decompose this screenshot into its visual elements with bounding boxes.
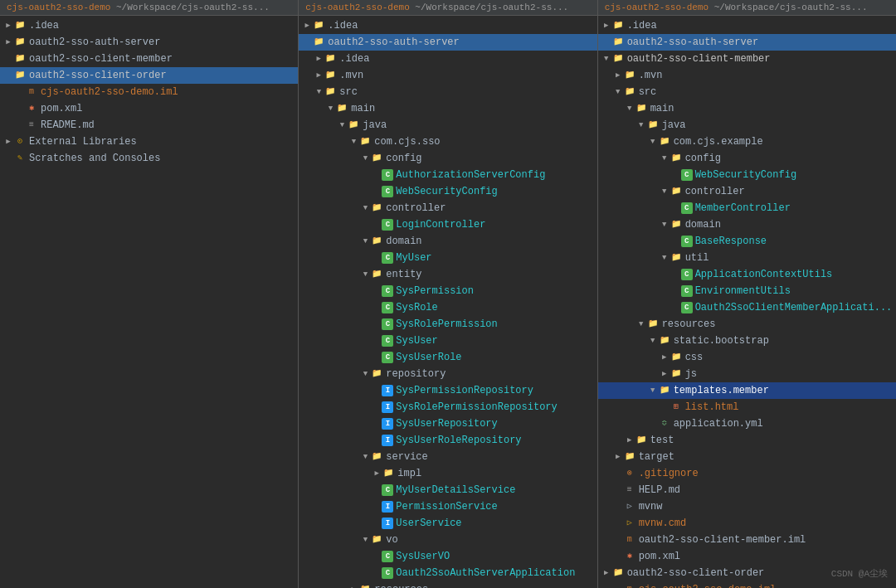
folder-icon: 📁 — [670, 186, 683, 197]
tree-item[interactable]: ▼ 📁 entity — [299, 266, 597, 283]
tree-item[interactable]: ≎ application.yml — [598, 415, 896, 432]
tree-item[interactable]: ▼ 📁 com.cjs.example — [598, 134, 896, 150]
tree-item[interactable]: C WebSecurityConfig — [598, 167, 896, 183]
tree-item[interactable]: C BaseResponse — [598, 233, 896, 250]
xml-icon: ✱ — [623, 551, 636, 562]
tree-arrow: ▼ — [325, 101, 335, 116]
tree-item[interactable]: I SysUserRoleRepository — [299, 432, 597, 449]
tree-item[interactable]: 📁 oauth2-sso-auth-server — [299, 34, 597, 51]
project-name: cjs-oauth2-sso-demo — [305, 2, 409, 12]
xml-icon: ✱ — [25, 103, 38, 114]
tree-item[interactable]: ▶ 📁 resources — [299, 581, 597, 588]
tree-item[interactable]: ▶ 📁 .idea — [299, 17, 597, 34]
tree-item[interactable]: ✱ pom.xml — [0, 100, 298, 117]
tree-item[interactable]: ⊗ .gitignore — [598, 465, 896, 482]
tree-arrow: ▼ — [625, 101, 635, 116]
tree-arrow: ▼ — [360, 367, 370, 381]
tree-item[interactable]: C AuthorizationServerConfig — [299, 167, 597, 183]
tree-item[interactable]: ▶ 📁 css — [598, 349, 896, 366]
iml-icon: m — [623, 534, 636, 546]
tree-arrow: ▼ — [314, 85, 324, 100]
tree-item[interactable]: ▼ 📁 oauth2-sso-client-member — [598, 51, 896, 67]
tree-item[interactable]: ▶ 📁 test — [598, 432, 896, 449]
tree-item[interactable]: ▼ 📁 resources — [598, 316, 896, 333]
tree-item-label: SysUserRole — [396, 350, 461, 365]
tree-item[interactable]: m cjs-oauth2-sso-demo.iml — [0, 84, 298, 100]
tree-item[interactable]: ▷ mvnw — [598, 498, 896, 515]
tree-item[interactable]: ▷ mvnw.cmd — [598, 515, 896, 532]
tree-item-label: css — [685, 350, 704, 365]
tree-item[interactable]: ▼ 📁 java — [598, 117, 896, 134]
tree-item[interactable]: ▼ 📁 repository — [299, 366, 597, 382]
tree-item[interactable]: ▼ 📁 controller — [299, 200, 597, 216]
tree-item[interactable]: C SysUser — [299, 333, 597, 349]
tree-item[interactable]: ▼ 📁 main — [598, 100, 896, 117]
tree-item[interactable]: C MyUser — [299, 250, 597, 266]
tree-item[interactable]: ▶ 📁 .idea — [0, 17, 298, 34]
tree-item[interactable]: m oauth2-sso-client-member.iml — [598, 532, 896, 548]
tree-item[interactable]: ▼ 📁 src — [598, 84, 896, 100]
tree-item[interactable]: ▼ 📁 config — [299, 150, 597, 167]
tree-item[interactable]: ▼ 📁 templates.member — [598, 382, 896, 399]
class-icon: C — [681, 169, 693, 181]
tree-item[interactable]: ▶ 📁 .idea — [299, 51, 597, 67]
tree-item[interactable]: ▶ 📁 .mvn — [299, 67, 597, 84]
tree-item[interactable]: ▼ 📁 config — [598, 150, 896, 167]
tree-item[interactable]: C SysUserVO — [299, 548, 597, 565]
tree-item[interactable]: ▼ 📁 java — [299, 117, 597, 134]
tree-item[interactable]: ▶ 📁 .idea — [598, 17, 896, 34]
tree-item[interactable]: ▼ 📁 domain — [598, 216, 896, 233]
tree-item[interactable]: C ApplicationContextUtils — [598, 266, 896, 283]
tree-item-label: oauth2-sso-auth-server — [29, 35, 160, 50]
tree-item[interactable]: 📁 oauth2-sso-client-member — [0, 51, 298, 67]
tree-item[interactable]: C SysPermission — [299, 283, 597, 299]
tree-item[interactable]: ▶ 📁 .mvn — [598, 67, 896, 84]
tree-item-label: HELP.md — [639, 483, 680, 498]
tree-item[interactable]: ✱ pom.xml — [598, 548, 896, 565]
tree-item[interactable]: C SysRolePermission — [299, 316, 597, 333]
tree-item[interactable]: 📁 oauth2-sso-auth-server — [598, 34, 896, 51]
tree-item[interactable]: ≡ README.md — [0, 117, 298, 134]
tree-item-label: java — [363, 118, 387, 133]
tree-item[interactable]: I SysPermissionRepository — [299, 382, 597, 399]
tree-item[interactable]: ▼ 📁 src — [299, 84, 597, 100]
tree-item[interactable]: ▼ 📁 vo — [299, 532, 597, 548]
tree-item[interactable]: ▼ 📁 static.bootstrap — [598, 333, 896, 349]
tree-item[interactable]: ▼ 📁 com.cjs.sso — [299, 134, 597, 150]
tree-item[interactable]: ▶ 📁 js — [598, 366, 896, 382]
tree-item[interactable]: C LoginController — [299, 216, 597, 233]
tree-item[interactable]: ⊞ list.html — [598, 399, 896, 415]
tree-item[interactable]: C SysRole — [299, 299, 597, 316]
tree-item[interactable]: ▶ 📁 impl — [299, 465, 597, 482]
tree-item[interactable]: I UserService — [299, 515, 597, 532]
tree-item[interactable]: C EnvironmentUtils — [598, 283, 896, 299]
tree-item[interactable]: C Oauth2SsoClientMemberApplicati... — [598, 299, 896, 316]
tree-item[interactable]: ≡ HELP.md — [598, 482, 896, 498]
tree-item[interactable]: C MyUserDetailsService — [299, 482, 597, 498]
tree-item[interactable]: m cjs-oauth2-sso-demo.iml — [598, 581, 896, 588]
tree-item[interactable]: C SysUserRole — [299, 349, 597, 366]
folder-icon: 📁 — [370, 534, 383, 546]
tree-item[interactable]: ▼ 📁 service — [299, 449, 597, 465]
tree-item[interactable]: ▶ ⊙ External Libraries — [0, 134, 298, 150]
tree-item[interactable]: ▼ 📁 main — [299, 100, 597, 117]
tree-item[interactable]: I SysUserRepository — [299, 415, 597, 432]
tree-item[interactable]: ▶ 📁 oauth2-sso-auth-server — [0, 34, 298, 51]
tree-item[interactable]: ✎ Scratches and Consoles — [0, 150, 298, 167]
tree-item[interactable]: ▼ 📁 controller — [598, 183, 896, 200]
tree-item-label: oauth2-sso-client-order — [29, 68, 167, 83]
folder-icon: 📁 — [623, 70, 636, 81]
folder-icon: 📁 — [312, 20, 325, 32]
tree-item[interactable]: 📁 oauth2-sso-client-order — [0, 67, 298, 84]
interface-icon: I — [382, 385, 393, 396]
tree-item-label: MyUserDetailsService — [396, 483, 515, 498]
tree-item[interactable]: ▼ 📁 util — [598, 250, 896, 266]
tree-item[interactable]: I PermissionService — [299, 498, 597, 515]
tree-item[interactable]: C Oauth2SsoAuthServerApplication — [299, 565, 597, 581]
tree-item[interactable]: ▶ 📁 target — [598, 449, 896, 465]
tree-item[interactable]: I SysRolePermissionRepository — [299, 399, 597, 415]
project-name: cjs-oauth2-sso-demo — [7, 2, 110, 12]
tree-item[interactable]: C WebSecurityConfig — [299, 183, 597, 200]
tree-item[interactable]: C MemberController — [598, 200, 896, 216]
tree-item[interactable]: ▼ 📁 domain — [299, 233, 597, 250]
